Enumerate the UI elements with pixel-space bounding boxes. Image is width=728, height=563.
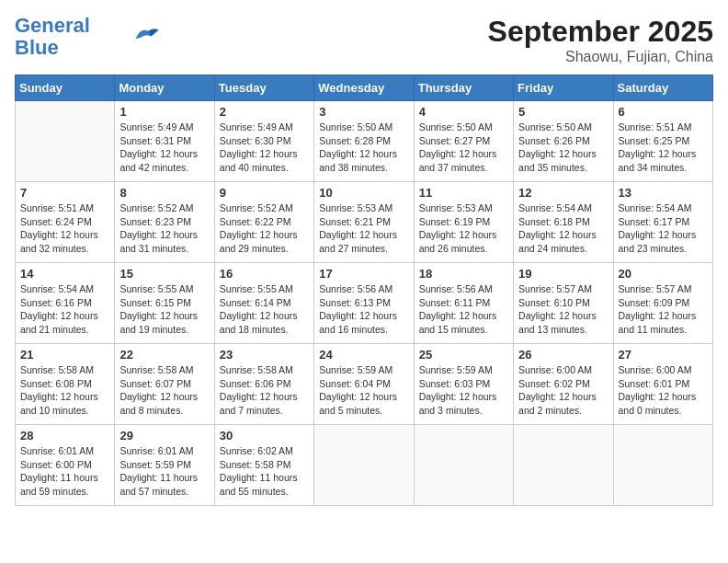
calendar-cell: 17Sunrise: 5:56 AM Sunset: 6:13 PM Dayli… bbox=[314, 263, 414, 344]
calendar-cell: 23Sunrise: 5:58 AM Sunset: 6:06 PM Dayli… bbox=[214, 344, 313, 425]
day-number: 21 bbox=[20, 348, 109, 362]
calendar-cell bbox=[613, 425, 712, 506]
day-detail: Sunrise: 5:52 AM Sunset: 6:22 PM Dayligh… bbox=[220, 201, 309, 256]
calendar-cell: 22Sunrise: 5:58 AM Sunset: 6:07 PM Dayli… bbox=[115, 344, 214, 425]
calendar-cell bbox=[16, 101, 115, 182]
day-detail: Sunrise: 6:00 AM Sunset: 6:02 PM Dayligh… bbox=[518, 363, 608, 418]
calendar-cell bbox=[514, 425, 613, 506]
day-detail: Sunrise: 5:54 AM Sunset: 6:17 PM Dayligh… bbox=[619, 201, 708, 256]
day-number: 26 bbox=[518, 348, 608, 362]
calendar-cell: 12Sunrise: 5:54 AM Sunset: 6:18 PM Dayli… bbox=[514, 182, 613, 263]
day-detail: Sunrise: 5:57 AM Sunset: 6:10 PM Dayligh… bbox=[518, 282, 608, 337]
day-number: 10 bbox=[319, 186, 408, 200]
page-title: September 2025 bbox=[488, 15, 713, 49]
calendar-cell: 4Sunrise: 5:50 AM Sunset: 6:27 PM Daylig… bbox=[414, 101, 513, 182]
calendar-cell: 9Sunrise: 5:52 AM Sunset: 6:22 PM Daylig… bbox=[214, 182, 313, 263]
calendar-cell: 16Sunrise: 5:55 AM Sunset: 6:14 PM Dayli… bbox=[214, 263, 313, 344]
calendar-cell: 5Sunrise: 5:50 AM Sunset: 6:26 PM Daylig… bbox=[514, 101, 613, 182]
day-detail: Sunrise: 5:59 AM Sunset: 6:04 PM Dayligh… bbox=[319, 363, 408, 418]
weekday-header-saturday: Saturday bbox=[613, 75, 712, 101]
day-number: 20 bbox=[619, 267, 708, 281]
day-detail: Sunrise: 5:53 AM Sunset: 6:21 PM Dayligh… bbox=[319, 201, 408, 256]
calendar-cell: 20Sunrise: 5:57 AM Sunset: 6:09 PM Dayli… bbox=[613, 263, 712, 344]
day-number: 19 bbox=[518, 267, 608, 281]
day-detail: Sunrise: 5:58 AM Sunset: 6:08 PM Dayligh… bbox=[20, 363, 109, 418]
calendar-cell: 18Sunrise: 5:56 AM Sunset: 6:11 PM Dayli… bbox=[414, 263, 513, 344]
day-number: 11 bbox=[419, 186, 508, 200]
week-row-3: 14Sunrise: 5:54 AM Sunset: 6:16 PM Dayli… bbox=[16, 263, 713, 344]
day-number: 24 bbox=[319, 348, 408, 362]
day-number: 30 bbox=[220, 429, 309, 442]
day-detail: Sunrise: 5:51 AM Sunset: 6:25 PM Dayligh… bbox=[619, 121, 708, 175]
calendar-cell: 21Sunrise: 5:58 AM Sunset: 6:08 PM Dayli… bbox=[16, 344, 115, 425]
logo: GeneralBlue bbox=[15, 15, 160, 59]
calendar-cell bbox=[314, 425, 414, 506]
day-number: 16 bbox=[220, 267, 309, 281]
day-number: 5 bbox=[518, 105, 608, 119]
day-number: 14 bbox=[20, 267, 109, 281]
calendar-cell: 2Sunrise: 5:49 AM Sunset: 6:30 PM Daylig… bbox=[214, 101, 313, 182]
calendar-cell: 15Sunrise: 5:55 AM Sunset: 6:15 PM Dayli… bbox=[115, 263, 214, 344]
title-block: September 2025 Shaowu, Fujian, China bbox=[488, 15, 713, 65]
page-header: GeneralBlue September 2025 Shaowu, Fujia… bbox=[15, 15, 713, 65]
calendar-table: SundayMondayTuesdayWednesdayThursdayFrid… bbox=[15, 75, 713, 506]
day-number: 23 bbox=[220, 348, 309, 362]
day-detail: Sunrise: 5:59 AM Sunset: 6:03 PM Dayligh… bbox=[419, 363, 508, 418]
calendar-cell: 1Sunrise: 5:49 AM Sunset: 6:31 PM Daylig… bbox=[115, 101, 214, 182]
day-detail: Sunrise: 6:01 AM Sunset: 6:00 PM Dayligh… bbox=[20, 444, 109, 499]
day-number: 18 bbox=[419, 267, 508, 281]
day-detail: Sunrise: 6:01 AM Sunset: 5:59 PM Dayligh… bbox=[119, 444, 209, 499]
week-row-5: 28Sunrise: 6:01 AM Sunset: 6:00 PM Dayli… bbox=[16, 425, 713, 506]
day-detail: Sunrise: 5:53 AM Sunset: 6:19 PM Dayligh… bbox=[419, 201, 508, 256]
day-detail: Sunrise: 5:55 AM Sunset: 6:14 PM Dayligh… bbox=[220, 282, 309, 337]
day-number: 3 bbox=[319, 105, 408, 119]
day-detail: Sunrise: 5:54 AM Sunset: 6:16 PM Dayligh… bbox=[20, 282, 109, 337]
day-number: 28 bbox=[20, 429, 109, 442]
weekday-header-monday: Monday bbox=[115, 75, 214, 101]
calendar-cell: 30Sunrise: 6:02 AM Sunset: 5:58 PM Dayli… bbox=[214, 425, 313, 506]
day-detail: Sunrise: 5:56 AM Sunset: 6:13 PM Dayligh… bbox=[319, 282, 408, 337]
calendar-cell: 19Sunrise: 5:57 AM Sunset: 6:10 PM Dayli… bbox=[514, 263, 613, 344]
calendar-cell: 27Sunrise: 6:00 AM Sunset: 6:01 PM Dayli… bbox=[613, 344, 712, 425]
weekday-header-tuesday: Tuesday bbox=[214, 75, 313, 101]
weekday-header-friday: Friday bbox=[514, 75, 613, 101]
day-detail: Sunrise: 5:50 AM Sunset: 6:28 PM Dayligh… bbox=[319, 121, 408, 175]
weekday-header-thursday: Thursday bbox=[414, 75, 513, 101]
day-number: 7 bbox=[20, 186, 109, 200]
day-number: 6 bbox=[619, 105, 708, 119]
day-detail: Sunrise: 5:58 AM Sunset: 6:07 PM Dayligh… bbox=[119, 363, 209, 418]
day-detail: Sunrise: 5:56 AM Sunset: 6:11 PM Dayligh… bbox=[419, 282, 508, 337]
calendar-cell: 24Sunrise: 5:59 AM Sunset: 6:04 PM Dayli… bbox=[314, 344, 414, 425]
page-subtitle: Shaowu, Fujian, China bbox=[488, 49, 713, 65]
calendar-cell: 29Sunrise: 6:01 AM Sunset: 5:59 PM Dayli… bbox=[115, 425, 214, 506]
calendar-cell bbox=[414, 425, 513, 506]
day-number: 13 bbox=[619, 186, 708, 200]
day-number: 2 bbox=[220, 105, 309, 119]
day-detail: Sunrise: 5:49 AM Sunset: 6:30 PM Dayligh… bbox=[220, 121, 309, 175]
calendar-cell: 28Sunrise: 6:01 AM Sunset: 6:00 PM Dayli… bbox=[16, 425, 115, 506]
logo-bird-icon bbox=[134, 26, 160, 44]
day-detail: Sunrise: 5:49 AM Sunset: 6:31 PM Dayligh… bbox=[119, 121, 209, 175]
day-detail: Sunrise: 6:02 AM Sunset: 5:58 PM Dayligh… bbox=[220, 444, 309, 499]
day-number: 4 bbox=[419, 105, 508, 119]
day-detail: Sunrise: 5:58 AM Sunset: 6:06 PM Dayligh… bbox=[220, 363, 309, 418]
day-detail: Sunrise: 5:52 AM Sunset: 6:23 PM Dayligh… bbox=[119, 201, 209, 256]
calendar-cell: 26Sunrise: 6:00 AM Sunset: 6:02 PM Dayli… bbox=[514, 344, 613, 425]
calendar-cell: 13Sunrise: 5:54 AM Sunset: 6:17 PM Dayli… bbox=[613, 182, 712, 263]
day-number: 22 bbox=[119, 348, 209, 362]
day-detail: Sunrise: 5:57 AM Sunset: 6:09 PM Dayligh… bbox=[619, 282, 708, 337]
weekday-header-sunday: Sunday bbox=[16, 75, 115, 101]
week-row-4: 21Sunrise: 5:58 AM Sunset: 6:08 PM Dayli… bbox=[16, 344, 713, 425]
calendar-cell: 7Sunrise: 5:51 AM Sunset: 6:24 PM Daylig… bbox=[16, 182, 115, 263]
calendar-cell: 10Sunrise: 5:53 AM Sunset: 6:21 PM Dayli… bbox=[314, 182, 414, 263]
day-number: 25 bbox=[419, 348, 508, 362]
calendar-cell: 8Sunrise: 5:52 AM Sunset: 6:23 PM Daylig… bbox=[115, 182, 214, 263]
day-number: 17 bbox=[319, 267, 408, 281]
day-detail: Sunrise: 5:54 AM Sunset: 6:18 PM Dayligh… bbox=[518, 201, 608, 256]
day-detail: Sunrise: 5:55 AM Sunset: 6:15 PM Dayligh… bbox=[119, 282, 209, 337]
day-number: 29 bbox=[119, 429, 209, 442]
weekday-header-wednesday: Wednesday bbox=[314, 75, 414, 101]
day-number: 8 bbox=[119, 186, 209, 200]
calendar-cell: 14Sunrise: 5:54 AM Sunset: 6:16 PM Dayli… bbox=[16, 263, 115, 344]
day-detail: Sunrise: 5:51 AM Sunset: 6:24 PM Dayligh… bbox=[20, 201, 109, 256]
